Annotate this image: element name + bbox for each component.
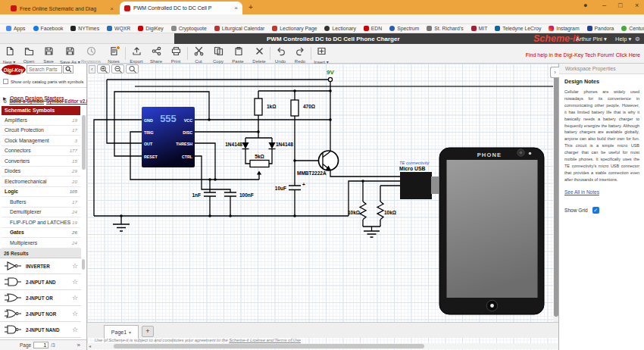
category-flipflop-latches[interactable]: FLIP-FLOP and LATCHES19 <box>2 217 80 228</box>
tab-close-icon[interactable]: × <box>234 5 238 11</box>
result-2-input-nand[interactable]: 2-INPUT NAND☆ <box>0 322 81 338</box>
print-button[interactable]: Print <box>166 45 186 64</box>
new-tab-button[interactable]: + <box>249 3 253 11</box>
favorite-star-icon[interactable]: ☆ <box>72 310 78 317</box>
bookmark-teledyne-lecroy[interactable]: Teledyne LeCroy <box>495 26 541 31</box>
user-menu[interactable]: Arthur Pini ▾ <box>576 36 607 42</box>
save-as-button[interactable]: Save As ▾ <box>60 45 80 64</box>
notes-button[interactable]: Notes <box>104 45 123 64</box>
favorite-star-icon[interactable]: ☆ <box>72 262 78 270</box>
bookmark-instagram[interactable]: Instagram <box>549 26 579 31</box>
copy-button[interactable]: Copy <box>208 45 228 64</box>
favorite-star-icon[interactable]: ☆ <box>72 326 78 333</box>
category-logic[interactable]: Logic105 <box>2 187 80 198</box>
settings-gear-icon[interactable]: ⚙ <box>635 36 640 42</box>
category-clock-management[interactable]: Clock Management3 <box>2 136 80 146</box>
category-diodes[interactable]: Diodes29 <box>2 167 80 177</box>
show-grid-checkbox[interactable]: ✓ <box>592 207 599 214</box>
resistor-10k-right[interactable]: 10kΩ <box>377 202 396 220</box>
export-button[interactable]: Export <box>127 45 146 64</box>
search-input[interactable] <box>27 65 62 73</box>
category-buffers[interactable]: Buffers17 <box>2 197 80 208</box>
help-menu[interactable]: Help ▾ <box>615 36 631 42</box>
bookmark-liturgical-calendar[interactable]: Liturgical Calendar <box>214 26 265 31</box>
maximize-button[interactable]: □ <box>618 2 622 9</box>
build-symbol-link[interactable]: Build a Symbol <box>9 98 43 104</box>
result-2-input-or[interactable]: 2-INPUT OR☆ <box>0 290 81 306</box>
hscroll-thumb[interactable] <box>114 344 424 348</box>
catalog-filter[interactable]: Show only catalog parts with symbols <box>3 79 83 84</box>
result-2-input-and[interactable]: 2-INPUT AND☆ <box>0 274 81 290</box>
bookmark-lectionary-page[interactable]: Lectionary Page <box>272 26 317 31</box>
search-button[interactable] <box>63 65 73 73</box>
window-close-button[interactable]: × <box>635 2 639 9</box>
phone-graphic[interactable]: PHONE <box>439 148 544 314</box>
page-input[interactable] <box>33 342 48 348</box>
paste-button[interactable]: Paste <box>228 45 248 64</box>
symbol-editor-link[interactable]: Symbol Editor v2.0 <box>46 98 89 104</box>
browser-tab-1[interactable]: Free Online Schematic and Diag × <box>6 2 118 14</box>
bookmark-wqxr[interactable]: WQXR <box>107 26 130 31</box>
result-inverter[interactable]: INVERTER☆ <box>0 258 81 274</box>
bookmark-apps[interactable]: Apps <box>6 26 26 31</box>
cut-button[interactable]: Cut <box>189 45 208 64</box>
bookmark-spectrum[interactable]: Spectrum <box>389 26 419 31</box>
license-link[interactable]: Scheme-it License and Terms of Use <box>229 338 301 342</box>
capacitor-100nf[interactable] <box>224 192 236 196</box>
bookmark-pandora[interactable]: Pandora <box>587 26 614 31</box>
scroll-left-icon[interactable]: ◂ <box>89 343 91 348</box>
vertical-scrollbar[interactable] <box>553 74 558 322</box>
micro-usb-connector[interactable]: TE connectivity Micro USB <box>399 161 439 199</box>
page-menu-caret-icon[interactable]: ▾ <box>129 330 131 335</box>
potentiometer-5k[interactable]: 5kΩ <box>250 154 269 175</box>
schematic-canvas[interactable]: ‹ <box>87 64 558 350</box>
bookmark-digikey[interactable]: DigiKey <box>138 26 163 31</box>
result-2-input-nor[interactable]: 2-INPUT NOR☆ <box>0 306 81 322</box>
category-scrollbar[interactable] <box>82 115 86 170</box>
browser-tab-2-active[interactable]: PWM Controlled DC to DC Cell P × <box>120 2 242 14</box>
diode-1n4148-left[interactable]: 1N4148 <box>225 142 249 149</box>
category-gates[interactable]: Gates26 <box>2 228 80 239</box>
category-connectors[interactable]: Connectors177 <box>2 146 80 157</box>
resistor-10k-left[interactable]: 10kΩ <box>348 202 366 220</box>
open-button[interactable]: Open <box>19 45 39 64</box>
transistor-mmbt2222a[interactable]: MMBT2222A <box>297 151 339 176</box>
add-page-button[interactable]: + <box>142 326 154 337</box>
category-amplifiers[interactable]: Amplifiers19 <box>2 115 80 126</box>
category-electromechanical[interactable]: Electromechanical20 <box>2 177 80 187</box>
tab-close-icon[interactable]: × <box>110 5 114 12</box>
save-button[interactable]: Save <box>39 45 58 64</box>
capacitor-10uf[interactable]: 10uF + <box>275 182 305 191</box>
bookmark-st-richards[interactable]: St. Richard's <box>427 26 463 31</box>
bookmark-facebook[interactable]: Facebook <box>33 26 64 31</box>
page-tab[interactable]: Page1 ▾ <box>104 325 139 339</box>
new-button[interactable]: New ▾ <box>0 45 19 64</box>
filter-checkbox[interactable] <box>3 79 8 84</box>
bookmark-mit[interactable]: MIT <box>471 26 488 31</box>
minimize-button[interactable]: – <box>602 2 606 9</box>
horizontal-scrollbar[interactable]: ◂ <box>87 343 558 349</box>
bookmark-nytimes[interactable]: NYTimes <box>70 26 99 31</box>
category-demultiplexer[interactable]: Demultiplexer24 <box>2 208 80 218</box>
favorite-star-icon[interactable]: ☆ <box>72 278 78 286</box>
capacitor-1nf[interactable] <box>204 192 216 196</box>
diode-1n4148-right[interactable]: 1N4148 <box>269 142 294 149</box>
forum-help-link[interactable]: Find help in the Digi-Key Tech Forum! Cl… <box>526 52 640 58</box>
undo-button[interactable]: Undo <box>270 45 290 64</box>
insert-button[interactable]: Insert ▾ <box>311 45 331 64</box>
vscroll-thumb[interactable] <box>554 76 558 317</box>
schematic-drawing[interactable]: 9V 555 GND TRIG OUT RESET VCC DISC THRES… <box>87 64 558 322</box>
bookmark-cryptoquote[interactable]: Cryptoquote <box>171 26 207 31</box>
category-circuit-protection[interactable]: Circuit Protection17 <box>2 126 80 136</box>
category-converters[interactable]: Converters15 <box>2 156 80 167</box>
next-page-button[interactable]: » <box>77 342 80 348</box>
resistor-1k[interactable]: 1kΩ <box>255 98 276 115</box>
delete-button[interactable]: Delete <box>249 45 269 64</box>
redo-button[interactable]: Redo <box>290 45 310 64</box>
category-multiplexers[interactable]: Multiplexers24 <box>2 238 80 248</box>
bookmark-centurylink[interactable]: CenturyLink <box>621 26 644 31</box>
resistor-470[interactable]: 470Ω <box>291 100 315 116</box>
bookmark-edn[interactable]: EDN <box>364 26 382 31</box>
results-scrollbar[interactable] <box>82 259 85 270</box>
share-button[interactable]: Share <box>146 45 166 64</box>
